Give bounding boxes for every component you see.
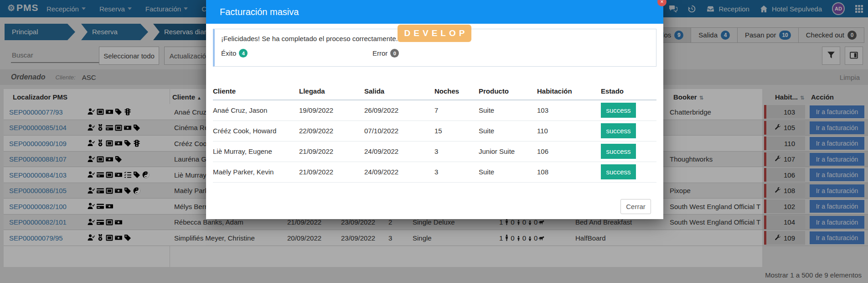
modal-table-row: Maëly Parker, Kevin21/09/202224/09/20223… — [213, 162, 656, 182]
room-number: 106 — [537, 141, 601, 162]
client-name: Liè Murray, Eugene — [213, 141, 299, 162]
modal-body: ¡Felicidades! Se ha completado el proces… — [206, 24, 663, 183]
room-number: 110 — [537, 121, 601, 141]
modal-table-row: Liè Murray, Eugene21/09/202224/09/20223J… — [213, 141, 656, 162]
room-number: 108 — [537, 162, 601, 182]
modal-table-row: Crééz Cook, Howard22/09/202207/10/202215… — [213, 121, 656, 141]
success-count: Éxito 4 — [221, 49, 248, 58]
arrival-date: 22/09/2022 — [299, 121, 364, 141]
close-button[interactable]: Cerrar — [620, 199, 651, 214]
modal-column-header: Llegada — [299, 82, 364, 100]
departure-date: 24/09/2022 — [364, 141, 434, 162]
error-count: Error 0 — [372, 49, 399, 58]
modal-title: Facturación masiva — [206, 0, 663, 24]
nights-count: 3 — [434, 141, 479, 162]
status-badge: success — [601, 123, 636, 138]
arrival-date: 19/09/2022 — [299, 100, 364, 121]
modal-column-header: Cliente — [213, 82, 299, 100]
modal-column-header: Habitación — [537, 82, 601, 100]
status-cell: success — [601, 121, 656, 141]
modal-footer: Cerrar — [206, 183, 663, 214]
arrival-date: 21/09/2022 — [299, 162, 364, 182]
billing-results-table: ClienteLlegadaSalidaNochesProductoHabita… — [213, 82, 656, 183]
product-name: Suite — [479, 162, 537, 182]
product-name: Junior Suite — [479, 141, 537, 162]
pms-app: ⚙ PMS RecepciónReservaFacturaciónClien R… — [0, 0, 868, 283]
error-count-badge: 0 — [390, 49, 399, 58]
billing-table-header: ClienteLlegadaSalidaNochesProductoHabita… — [213, 82, 656, 100]
modal-column-header: Producto — [479, 82, 537, 100]
departure-date: 07/10/2022 — [364, 121, 434, 141]
status-badge: success — [601, 103, 636, 118]
status-cell: success — [601, 162, 656, 182]
status-cell: success — [601, 141, 656, 162]
modal-table-row: Anaé Cruz, Jason19/09/202226/09/20227Sui… — [213, 100, 656, 121]
client-name: Crééz Cook, Howard — [213, 121, 299, 141]
departure-date: 26/09/2022 — [364, 100, 434, 121]
client-name: Anaé Cruz, Jason — [213, 100, 299, 121]
room-number: 103 — [537, 100, 601, 121]
client-name: Maëly Parker, Kevin — [213, 162, 299, 182]
modal-column-header: Noches — [434, 82, 479, 100]
nights-count: 15 — [434, 121, 479, 141]
bulk-billing-modal: Facturación masiva × DEVELOP ¡Felicidade… — [206, 0, 663, 219]
product-name: Suite — [479, 121, 537, 141]
modal-column-header: Estado — [601, 82, 656, 100]
product-name: Suite — [479, 100, 537, 121]
status-cell: success — [601, 100, 656, 121]
modal-column-header: Salida — [364, 82, 434, 100]
alert-counts: Éxito 4 Error 0 — [221, 49, 650, 58]
nights-count: 3 — [434, 162, 479, 182]
nights-count: 7 — [434, 100, 479, 121]
departure-date: 24/09/2022 — [364, 162, 434, 182]
success-count-badge: 4 — [239, 49, 248, 58]
arrival-date: 21/09/2022 — [299, 141, 364, 162]
status-badge: success — [601, 164, 636, 179]
develop-ribbon: DEVELOP — [398, 25, 471, 42]
status-badge: success — [601, 144, 636, 159]
